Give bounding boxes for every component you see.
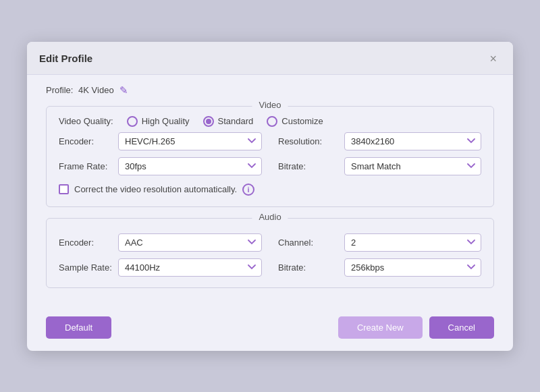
encoder-row: Encoder: HEVC/H.265 H.264 MPEG-4 VP9	[59, 132, 262, 150]
dialog-titlebar: Edit Profile ×	[27, 42, 513, 75]
radio-standard-outer	[203, 116, 214, 127]
edit-profile-dialog: Edit Profile × Profile: 4K Video ✎ Video…	[27, 42, 513, 351]
radio-standard[interactable]: Standard	[203, 116, 254, 127]
radio-standard-label: Standard	[218, 116, 254, 126]
channel-label: Channel:	[278, 237, 339, 248]
radio-high-quality-outer	[127, 116, 138, 127]
audio-section: Audio Encoder: AAC MP3 OGG FLAC Channel:…	[46, 218, 494, 288]
resolution-label: Resolution:	[278, 136, 339, 146]
video-section: Video Video Quality: High Quality Standa…	[46, 106, 494, 207]
dialog-body: Profile: 4K Video ✎ Video Video Quality:…	[27, 75, 513, 311]
audio-section-title: Audio	[252, 212, 288, 222]
audio-bitrate-label: Bitrate:	[278, 262, 339, 273]
audio-bitrate-row: Bitrate: 256kbps 128kbps 192kbps 320kbps	[278, 258, 481, 277]
sample-rate-label: Sample Rate:	[59, 262, 113, 273]
audio-encoder-select[interactable]: AAC MP3 OGG FLAC	[118, 233, 262, 252]
radio-customize-label: Customize	[281, 116, 323, 126]
resolution-row: Resolution: 3840x2160 1920x1080 1280x720	[278, 132, 481, 150]
video-bitrate-label: Bitrate:	[278, 161, 339, 171]
edit-profile-icon[interactable]: ✎	[119, 84, 128, 96]
radio-customize[interactable]: Customize	[267, 116, 323, 127]
video-bitrate-select[interactable]: Smart Match 128kbps 256kbps 512kbps	[344, 157, 481, 175]
create-new-button[interactable]: Create New	[338, 316, 423, 339]
sample-rate-select[interactable]: 44100Hz 48000Hz 22050Hz	[118, 258, 262, 277]
video-quality-label: Video Quality:	[59, 116, 113, 126]
profile-label: Profile: 4K Video	[46, 85, 114, 95]
frame-rate-label: Frame Rate:	[59, 161, 113, 171]
footer-right: Create New Cancel	[338, 316, 494, 339]
channel-row: Channel: 2 1 6	[278, 233, 481, 252]
radio-high-quality-label: High Quality	[142, 116, 190, 126]
radio-high-quality[interactable]: High Quality	[127, 116, 190, 127]
audio-bitrate-select[interactable]: 256kbps 128kbps 192kbps 320kbps	[344, 258, 481, 277]
video-bitrate-row: Bitrate: Smart Match 128kbps 256kbps 512…	[278, 157, 481, 175]
encoder-select[interactable]: HEVC/H.265 H.264 MPEG-4 VP9	[118, 132, 262, 150]
auto-resolution-row: Correct the video resolution automatical…	[59, 184, 481, 196]
frame-rate-select[interactable]: 30fps 24fps 25fps 60fps	[118, 157, 262, 175]
sample-rate-row: Sample Rate: 44100Hz 48000Hz 22050Hz	[59, 258, 262, 277]
close-button[interactable]: ×	[485, 51, 501, 66]
radio-standard-inner	[206, 119, 211, 124]
encoder-label: Encoder:	[59, 136, 113, 146]
audio-encoder-row: Encoder: AAC MP3 OGG FLAC	[59, 233, 262, 252]
channel-select[interactable]: 2 1 6	[344, 233, 481, 252]
dialog-title: Edit Profile	[39, 53, 92, 64]
audio-form-grid: Encoder: AAC MP3 OGG FLAC Channel: 2 1 6	[59, 233, 481, 277]
frame-rate-row: Frame Rate: 30fps 24fps 25fps 60fps	[59, 157, 262, 175]
audio-encoder-label: Encoder:	[59, 237, 113, 248]
video-quality-group: Video Quality: High Quality Standard Cus…	[59, 116, 481, 127]
auto-resolution-label: Correct the video resolution automatical…	[74, 184, 237, 194]
cancel-button[interactable]: Cancel	[429, 316, 494, 339]
video-form-grid: Encoder: HEVC/H.265 H.264 MPEG-4 VP9 Res…	[59, 132, 481, 175]
profile-row: Profile: 4K Video ✎	[46, 84, 494, 96]
auto-resolution-checkbox[interactable]	[59, 184, 69, 194]
info-icon[interactable]: i	[242, 184, 254, 196]
default-button[interactable]: Default	[46, 316, 111, 339]
video-section-title: Video	[252, 100, 288, 110]
resolution-select[interactable]: 3840x2160 1920x1080 1280x720	[344, 132, 481, 150]
profile-name: 4K Video	[78, 85, 114, 95]
radio-customize-outer	[267, 116, 277, 127]
dialog-footer: Default Create New Cancel	[27, 311, 513, 351]
